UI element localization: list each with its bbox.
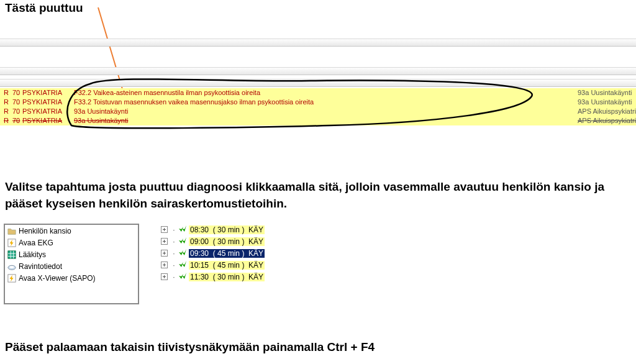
svg-rect-3 [8,250,16,258]
row-code: 70 [12,107,20,116]
row-diag: F33.2 Toistuvan masennuksen vaikea masen… [74,98,314,107]
appointment-label: 09:30 ( 45 min ) KÄY [189,249,265,258]
expand-icon[interactable] [161,273,168,280]
table-row[interactable]: R70PSYKIATRIAF32.2 Vaikea-asteinen masen… [0,88,636,98]
appointment-row[interactable]: ·10:15 ( 45 min ) KÄY [158,259,343,271]
row-right: APS Aikuispsykiatria (Potilas itse perui… [578,116,636,125]
tree-item[interactable]: Avaa X-Viewer (SAPO) [5,272,138,284]
row-diag: 93a Uusintakäynti [74,107,128,116]
expand-icon[interactable] [161,250,168,257]
row-dept: PSYKIATRIA [22,116,62,125]
table-row[interactable]: R70PSYKIATRIAF33.2 Toistuvan masennuksen… [0,98,636,107]
tree-item[interactable]: Ravintotiedot [5,260,138,272]
row-code: 70 [12,88,20,98]
flash-icon [7,239,16,247]
tree-item-label: Lääkitys [19,250,46,259]
appointment-row[interactable]: ·09:00 ( 30 min ) KÄY [158,235,343,247]
flash-icon [7,274,16,283]
double-check-icon [178,247,188,259]
appointment-label: 08:30 ( 30 min ) KÄY [189,225,265,234]
expand-icon[interactable] [161,262,168,268]
row-dept: PSYKIATRIA [22,88,62,98]
tree-dots: · [171,249,176,258]
tree-item-label: Avaa EKG [19,239,53,247]
row-code: 70 [12,116,20,125]
plate-icon [7,262,16,271]
separator-bar [0,79,636,87]
double-check-icon [178,224,188,235]
row-right: 93a Uusintakäynti [578,88,632,98]
svg-point-5 [10,266,14,268]
separator-bar [0,67,636,75]
grid-icon [7,250,16,259]
tree-dots: · [171,273,176,281]
row-r: R [4,88,9,98]
row-r: R [4,98,9,107]
appointment-row[interactable]: ·11:30 ( 30 min ) KÄY [158,271,343,283]
event-table: R70PSYKIATRIAF32.2 Vaikea-asteinen masen… [0,88,636,125]
tree-dots: · [171,225,176,234]
tree-item-label: Ravintotiedot [19,262,62,271]
double-check-icon [178,271,188,283]
tree-dots: · [171,261,176,270]
table-row[interactable]: R70PSYKIATRIA93a UusintakäyntiAPS Aikuis… [0,116,636,125]
heading-missing: Tästä puuttuu [5,1,83,15]
row-right: APS Aikuispsykiatria (Käynti os 25L:Itä … [578,107,636,116]
appointment-label: 11:30 ( 30 min ) KÄY [189,273,265,281]
instruction-text: Valitse tapahtuma josta puuttuu diagnoos… [5,178,626,212]
row-r: R [4,107,9,116]
tree-item[interactable]: Avaa EKG [5,237,138,248]
separator-bar [0,39,636,47]
row-r: R [4,116,9,125]
tree-item-label: Avaa X-Viewer (SAPO) [19,274,96,283]
expand-icon[interactable] [161,226,168,233]
expand-icon[interactable] [161,238,168,245]
row-dept: PSYKIATRIA [22,107,62,116]
row-diag: 93a Uusintakäynti [74,116,128,125]
appointments-panel: ·08:30 ( 30 min ) KÄY·09:00 ( 30 min ) K… [158,224,343,304]
appointment-label: 10:15 ( 45 min ) KÄY [189,261,265,270]
appointment-row[interactable]: ·08:30 ( 30 min ) KÄY [158,224,343,235]
tree-item-label: Henkilön kansio [19,227,71,235]
appointment-label: 09:00 ( 30 min ) KÄY [189,237,265,246]
tree-item[interactable]: Lääkitys [5,248,138,260]
folder-icon [7,227,16,235]
person-folder-panel: Henkilön kansioAvaa EKGLääkitysRavintoti… [4,224,139,304]
table-row[interactable]: R70PSYKIATRIA93a UusintakäyntiAPS Aikuis… [0,107,636,116]
tree-dots: · [171,237,176,246]
double-check-icon [178,235,188,247]
row-dept: PSYKIATRIA [22,98,62,107]
row-diag: F32.2 Vaikea-asteinen masennustila ilman… [74,88,260,98]
double-check-icon [178,259,188,271]
row-right: 93a Uusintakäynti [578,98,632,107]
instruction-return: Pääset palaamaan takaisin tiivistysnäkym… [5,339,375,355]
row-code: 70 [12,98,20,107]
tree-item[interactable]: Henkilön kansio [5,225,138,237]
appointment-row[interactable]: ·09:30 ( 45 min ) KÄY [158,247,343,259]
